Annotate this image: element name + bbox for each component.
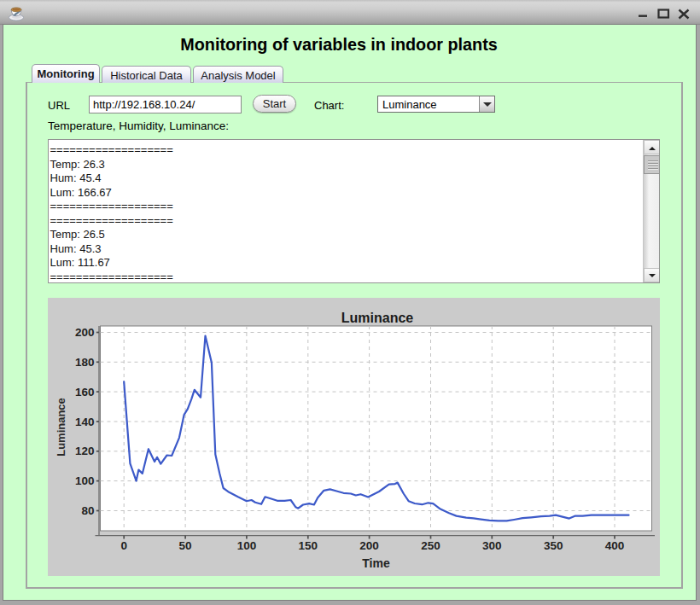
svg-text:100: 100 — [237, 539, 257, 552]
svg-text:100: 100 — [75, 474, 95, 487]
svg-text:400: 400 — [605, 539, 625, 552]
svg-text:300: 300 — [482, 539, 502, 552]
svg-text:250: 250 — [421, 539, 440, 552]
svg-text:150: 150 — [299, 539, 318, 552]
svg-text:350: 350 — [544, 539, 563, 552]
svg-text:180: 180 — [75, 356, 95, 369]
svg-text:Time: Time — [362, 556, 390, 570]
svg-text:200: 200 — [359, 539, 379, 552]
svg-text:80: 80 — [81, 504, 94, 517]
svg-text:140: 140 — [75, 416, 95, 428]
svg-text:Luminance: Luminance — [55, 398, 67, 457]
svg-text:Luminance: Luminance — [341, 311, 414, 325]
svg-text:160: 160 — [75, 386, 95, 398]
svg-text:200: 200 — [75, 326, 95, 339]
svg-text:120: 120 — [75, 445, 95, 457]
svg-text:0: 0 — [120, 539, 127, 552]
svg-text:50: 50 — [179, 539, 192, 552]
